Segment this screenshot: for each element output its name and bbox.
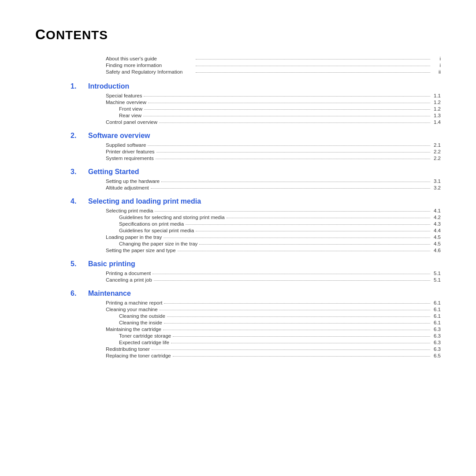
entry-page: 2.2 [432,156,441,161]
entry-label: Changing the paper size in the tray [119,241,197,246]
entry-dots [148,103,430,103]
list-item: Setting up the hardware3.1 [106,178,441,184]
entry-page: 6.5 [432,353,441,358]
entry-dots [156,152,430,152]
prelim-entry: Finding more informationi [106,63,441,68]
entry-label: Replacing the toner cartridge [106,353,171,358]
entry-page: 6.1 [432,320,441,325]
entry-label: Supplied software [106,142,146,148]
entry-page: 4.3 [432,221,441,227]
entry-page: 4.4 [432,228,441,233]
entry-label: Expected cartridge life [119,340,169,345]
list-item: Cleaning the inside6.1 [119,320,441,325]
entry-label: Finding more information [106,63,194,68]
chapter: 4.Selecting and loading print mediaSelec… [35,197,441,253]
chapter-heading: 1.Introduction [35,82,441,90]
entry-page: 1.2 [432,100,441,105]
list-item: Canceling a print job5.1 [106,277,441,283]
entry-label: Safety and Regulatory Information [106,69,194,74]
list-item: Printing a document5.1 [106,271,441,276]
entry-page: 3.1 [432,178,441,184]
prelim-entry: Safety and Regulatory Informationii [106,69,441,74]
entry-dots [156,159,430,159]
entry-page: 4.2 [432,215,441,220]
chapter-number: 4. [71,197,88,205]
entry-label: Maintaining the cartridge [106,327,161,332]
list-item: Machine overview1.2 [106,100,441,105]
entry-page: 4.1 [432,208,441,213]
list-item: Setting the paper size and type4.6 [106,248,441,253]
list-item: Altitude adjustment3.2 [106,185,441,190]
entry-label: Cleaning the inside [119,320,162,325]
entry-page: 4.5 [432,234,441,240]
entry-page: 2.1 [432,142,441,148]
chapter-entries: Special features1.1Machine overview1.2Fr… [106,93,441,125]
entry-dots [155,211,430,212]
entry-dots [144,109,430,110]
entry-page: ii [432,69,441,74]
list-item: Cleaning the outside6.1 [119,313,441,319]
chapter-number: 3. [71,168,88,176]
chapter-title: Selecting and loading print media [88,197,201,205]
entry-page: 4.5 [432,241,441,246]
entry-label: Guidelines for selecting and storing pri… [119,215,225,220]
chapter-number: 6. [71,290,88,298]
chapter-heading: 2.Software overview [35,132,441,140]
entry-label: Cleaning your machine [106,307,158,312]
chapter-entries: Printing a document5.1Canceling a print … [106,271,441,283]
entry-page: i [432,56,441,61]
entry-label: Toner cartridge storage [119,333,171,338]
list-item: Redistributing toner6.3 [106,346,441,352]
entry-dots [164,238,430,238]
entry-page: 6.3 [432,346,441,352]
list-item: Printer driver features2.2 [106,149,441,154]
list-item: Toner cartridge storage6.3 [119,333,441,338]
entry-dots [164,323,430,324]
chapter: 2.Software overviewSupplied software2.1P… [35,132,441,161]
entry-page: i [432,63,441,68]
entry-dots [199,244,430,245]
entry-dots [196,72,430,73]
entry-page: 1.2 [432,106,441,112]
entry-dots [186,224,430,225]
chapter: 3.Getting StartedSetting up the hardware… [35,168,441,190]
entry-page: 3.2 [432,185,441,190]
chapter: 5.Basic printingPrinting a document5.1Ca… [35,260,441,283]
entry-label: Rear view [119,113,141,118]
entry-dots [152,350,430,350]
entry-page: 6.1 [432,307,441,312]
entry-label: Guidelines for special print media [119,228,194,233]
entry-dots [144,96,430,97]
chapter-number: 5. [71,260,88,268]
chapter-heading: 4.Selecting and loading print media [35,197,441,205]
entry-dots [151,188,430,189]
list-item: Specifications on print media4.3 [119,221,441,227]
list-item: Special features1.1 [106,93,441,98]
list-item: Cleaning your machine6.1 [106,307,441,312]
entry-label: Printer driver features [106,149,155,154]
chapter-title: Basic printing [88,260,135,268]
entry-label: Machine overview [106,100,146,105]
entry-dots [159,123,430,123]
chapter-entries: Setting up the hardware3.1Altitude adjus… [106,178,441,190]
entry-dots [178,251,430,251]
entry-page: 6.3 [432,333,441,338]
chapter-heading: 5.Basic printing [35,260,441,268]
list-item: Front view1.2 [119,106,441,112]
entry-dots [163,330,430,330]
list-item: Guidelines for selecting and storing pri… [119,215,441,220]
chapter-entries: Supplied software2.1Printer driver featu… [106,142,441,161]
entry-page: 1.1 [432,93,441,98]
chapter-heading: 3.Getting Started [35,168,441,176]
list-item: Changing the paper size in the tray4.5 [119,241,441,246]
entry-label: About this user's guide [106,56,194,61]
list-item: Printing a machine report6.1 [106,300,441,305]
chapter-entries: Selecting print media4.1Guidelines for s… [106,208,441,253]
entry-dots [196,231,430,231]
entry-page: 1.3 [432,113,441,118]
list-item: Maintaining the cartridge6.3 [106,327,441,332]
list-item: Supplied software2.1 [106,142,441,148]
entry-label: Setting the paper size and type [106,248,176,253]
entry-label: Front view [119,106,142,112]
chapter-heading: 6.Maintenance [35,290,441,298]
